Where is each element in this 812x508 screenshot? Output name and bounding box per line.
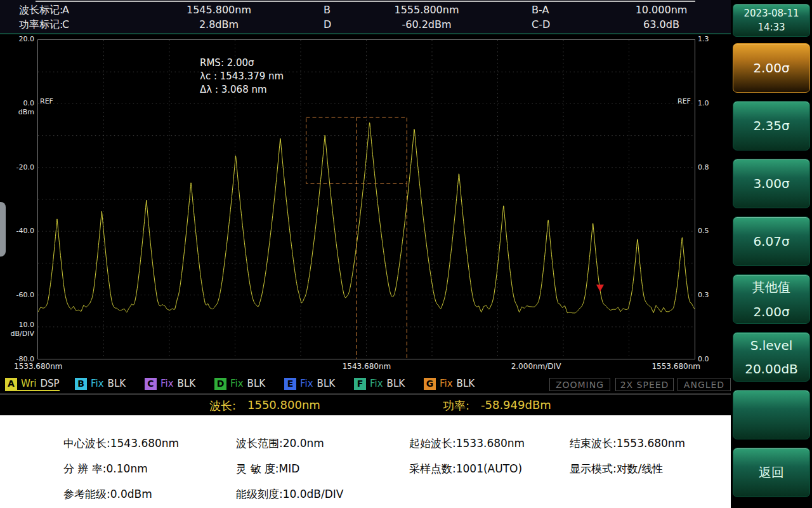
chart-area: 20.0 0.0 -20.0 -40.0 -60.0 -80.0 dBm 10.…	[0, 36, 731, 377]
marker-c-letter: C	[62, 18, 69, 30]
time-text: 14:33	[757, 22, 785, 33]
power-marker-row: 功率标记: C 2.8dBm D -60.2dBm C-D 63.0dB	[0, 18, 731, 31]
trace-f-chip[interactable]: F Fix BLK	[354, 377, 405, 391]
trace-mode: Fix	[440, 378, 453, 389]
trace-d-chip[interactable]: D Fix BLK	[214, 377, 265, 391]
marker-power-label: 功率:	[443, 398, 469, 413]
button-6-07-sigma[interactable]: 6.07σ	[733, 217, 810, 266]
trace-letter: D	[214, 378, 226, 390]
osa-screen: 波长标记: A 1545.800nm B 1555.800nm B-A 10.0…	[0, 0, 812, 508]
marker-d-value: -60.2dBm	[374, 18, 479, 30]
datetime-display[interactable]: 2023-08-11 14:33	[733, 4, 810, 37]
x-axis-center-label: 1543.680nm	[325, 362, 408, 371]
x-axis-per-div-label: 2.000nm/DIV	[495, 362, 577, 371]
trace-letter: A	[5, 378, 17, 390]
y-axis-left-label: -20.0	[0, 163, 34, 171]
y-scale-unit-label: dB/DIV	[0, 330, 34, 338]
trace-type: BLK	[457, 378, 475, 389]
marker-value-bar: 波长: 1550.800nm 功率: -58.949dBm	[0, 394, 731, 415]
analysis-delta-line: Δλ : 3.068 nm	[200, 83, 284, 97]
y-axis-right-label: 0.8	[698, 163, 727, 171]
marker-c-d-value: 63.0dB	[609, 18, 714, 30]
setting-center-wavelength: 中心波长:1543.680nm	[63, 436, 179, 451]
trace-type: DSP	[41, 378, 60, 389]
marker-c-d-label: C-D	[532, 18, 550, 30]
marker-wavelength-value: 1550.800nm	[247, 398, 320, 411]
y-axis-left-label: 20.0	[0, 35, 34, 43]
analysis-rms-line: RMS: 2.00σ	[200, 57, 284, 70]
spectrum-trace	[38, 123, 695, 313]
trace-mode: Fix	[160, 378, 174, 389]
setting-resolution: 分 辨 率:0.10nm	[63, 462, 148, 476]
setting-sensitivity: 灵 敏 度:MID	[236, 462, 299, 476]
ref-level-right-label: REF	[678, 97, 691, 105]
wavelength-markers-label: 波长标记:	[19, 4, 63, 17]
y-axis-right-label: 1.3	[698, 35, 727, 43]
marker-b-a-label: B-A	[532, 4, 549, 16]
setting-span: 波长范围:20.0nm	[236, 436, 324, 451]
trace-letter: C	[145, 378, 157, 390]
y-axis-unit-label: dBm	[0, 108, 34, 116]
button-return[interactable]: 返回	[733, 448, 810, 497]
analysis-readout: RMS: 2.00σ λc : 1543.379 nm Δλ : 3.068 n…	[200, 57, 284, 97]
trace-mode: Wri	[21, 378, 37, 389]
y-scale-value-label: 10.0	[0, 321, 34, 329]
trace-type: BLK	[108, 378, 126, 389]
x-axis-end-label: 1553.680nm	[639, 362, 700, 371]
trace-letter: B	[75, 378, 87, 390]
setting-start-wavelength: 起始波长:1533.680nm	[409, 436, 525, 451]
spectrum-plot[interactable]	[38, 40, 695, 359]
settings-panel: 中心波长:1543.680nm 波长范围:20.0nm 起始波长:1533.68…	[0, 415, 731, 508]
trace-type: BLK	[387, 378, 405, 389]
trace-mode: Fix	[300, 378, 313, 389]
trace-letter: E	[284, 378, 296, 390]
angled-flag: ANGLED	[678, 378, 731, 391]
plot-frame[interactable]	[37, 39, 695, 359]
y-axis-right-label: 1.0	[698, 99, 727, 107]
power-markers-label: 功率标记:	[19, 18, 63, 32]
marker-readout-header: 波长标记: A 1545.800nm B 1555.800nm B-A 10.0…	[0, 0, 731, 34]
zooming-flag: ZOOMING	[549, 378, 610, 391]
trace-type: BLK	[317, 378, 335, 389]
marker-c-value: 2.8dBm	[165, 18, 273, 30]
y-axis-left-label: -60.0	[0, 291, 34, 299]
y-axis-right-label: 0.3	[698, 291, 727, 299]
button-s-level[interactable]: S.level 20.00dB	[733, 332, 810, 382]
trace-c-chip[interactable]: C Fix BLK	[145, 377, 195, 391]
side-drawer-handle[interactable]	[0, 202, 6, 257]
marker-power-value: -58.949dBm	[481, 398, 551, 411]
button-2-35-sigma[interactable]: 2.35σ	[733, 101, 810, 150]
trace-type: BLK	[178, 378, 195, 389]
trace-a-chip[interactable]: A Wri DSP	[5, 377, 60, 391]
trace-letter: F	[354, 378, 366, 390]
setting-sampling-points: 采样点数:1001(AUTO)	[409, 462, 522, 476]
marker-b-letter: B	[324, 4, 331, 16]
button-3-00-sigma[interactable]: 3.00σ	[733, 159, 810, 208]
ref-level-left-label: REF	[40, 97, 53, 105]
marker-a-letter: A	[62, 4, 69, 16]
setting-level-scale: 能级刻度:10.0dB/DIV	[236, 487, 344, 502]
button-blank[interactable]	[733, 390, 810, 439]
analysis-lambda-line: λc : 1543.379 nm	[200, 70, 284, 83]
date-text: 2023-08-11	[743, 8, 799, 19]
trace-e-chip[interactable]: E Fix BLK	[284, 377, 335, 391]
marker-a-value: 1545.800nm	[165, 4, 273, 16]
trace-mode: Fix	[230, 378, 244, 389]
trace-mode: Fix	[370, 378, 383, 389]
button-2-00-sigma[interactable]: 2.00σ	[733, 43, 810, 93]
wavelength-marker-row: 波长标记: A 1545.800nm B 1555.800nm B-A 10.0…	[0, 4, 731, 17]
softkey-sidebar: 2023-08-11 14:33 2.00σ 2.35σ 3.00σ 6.07σ…	[731, 0, 812, 508]
marker-triangle[interactable]	[596, 284, 604, 291]
marker-wavelength-label: 波长:	[209, 398, 236, 413]
marker-b-value: 1555.800nm	[374, 4, 479, 16]
y-axis-left-label: 0.0	[0, 99, 34, 107]
trace-letter: G	[424, 378, 436, 390]
button-other-value[interactable]: 其他值 2.00σ	[733, 274, 810, 324]
trace-b-chip[interactable]: B Fix BLK	[75, 377, 126, 391]
marker-b-a-value: 10.000nm	[609, 4, 714, 16]
y-axis-right-label: 0.5	[698, 227, 727, 235]
trace-status-row: A Wri DSP B Fix BLK C Fix BLK D Fix BLK …	[0, 377, 731, 392]
marker-d-letter: D	[324, 18, 331, 30]
trace-g-chip[interactable]: G Fix BLK	[424, 377, 475, 391]
setting-stop-wavelength: 结束波长:1553.680nm	[570, 436, 685, 451]
